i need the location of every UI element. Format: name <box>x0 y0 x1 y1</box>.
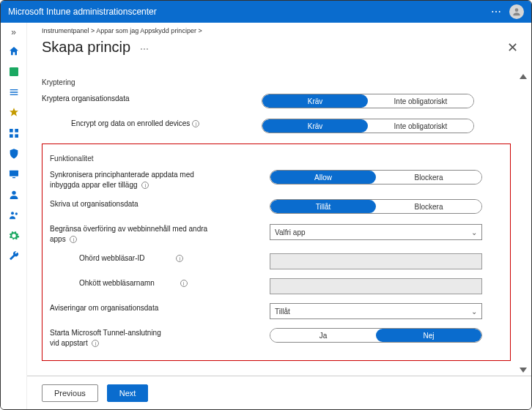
main-pane: Instrumentpanel > Appar som jag Appskydd… <box>27 23 531 409</box>
wrench-icon[interactable] <box>7 250 21 263</box>
select-value: Tillåt <box>275 308 290 316</box>
more-icon[interactable]: ⋯ <box>491 6 502 18</box>
svg-rect-1 <box>10 67 18 76</box>
list-icon[interactable] <box>7 86 21 99</box>
star-icon[interactable] <box>7 106 21 119</box>
info-icon[interactable]: i <box>70 236 77 243</box>
svg-point-8 <box>11 212 14 215</box>
label-notifications: Aviseringar om organisationsdata <box>50 303 270 313</box>
input-unheard-browser-id[interactable] <box>270 253 482 269</box>
toggle-tunnel[interactable]: Ja Nej <box>270 328 482 343</box>
top-bar: Microsoft Intune administrationscenter ⋯ <box>1 1 531 23</box>
label-encrypt-enrolled: Encrypt org data on enrolled devicesi <box>71 119 262 129</box>
seg-yes[interactable]: Ja <box>270 329 376 342</box>
label-tunnel: Starta Microsoft Tunnel-anslutning vid a… <box>50 328 270 348</box>
section-encryption: Kryptering <box>42 78 511 86</box>
info-icon[interactable]: i <box>176 255 183 262</box>
select-value: Valfri app <box>275 228 306 236</box>
user-icon[interactable] <box>7 188 21 201</box>
page-title: Skapa princip <box>42 39 130 55</box>
info-icon[interactable]: i <box>141 182 149 189</box>
seg-not-required[interactable]: Inte obligatoriskt <box>368 94 473 108</box>
info-icon[interactable]: i <box>92 340 99 347</box>
toggle-encrypt-org-data[interactable]: Kräv Inte obligatoriskt <box>262 94 474 108</box>
section-functionality: Funktionalitet <box>50 154 503 163</box>
label-sync-appdata: Synkronisera principhanterade appdata me… <box>50 170 270 190</box>
label-unheard-browser-name: Ohkött webbläsarnamn i <box>79 278 270 288</box>
label-unheard-browser-id: Ohörd webbläsar-ID i <box>79 253 270 264</box>
label-encrypt-org-data: Kryptera organisationsdata <box>42 94 262 104</box>
label-restrict-web: Begränsa överföring av webbinnehåll med … <box>50 224 270 245</box>
input-unheard-browser-name[interactable] <box>270 278 482 294</box>
svg-rect-2 <box>10 129 13 133</box>
chevron-down-icon: ⌄ <box>471 308 477 316</box>
users-icon[interactable] <box>7 209 21 222</box>
previous-button[interactable]: Previous <box>42 384 98 402</box>
close-icon[interactable]: ✕ <box>507 40 518 56</box>
home-icon[interactable] <box>7 45 21 58</box>
svg-rect-3 <box>15 129 18 133</box>
functionality-highlight: Funktionalitet Synkronisera principhante… <box>42 144 511 361</box>
svg-point-9 <box>15 212 17 215</box>
shield-icon[interactable] <box>7 147 21 160</box>
toggle-encrypt-enrolled[interactable]: Kräv Inte obligatoriskt <box>262 119 474 133</box>
svg-rect-6 <box>10 171 18 176</box>
select-restrict-web[interactable]: Valfri app ⌄ <box>270 224 482 240</box>
scrollbar[interactable] <box>518 74 528 373</box>
seg-block[interactable]: Blockera <box>376 200 481 213</box>
seg-allow[interactable]: Allow <box>270 171 376 184</box>
info-icon[interactable]: i <box>180 280 188 287</box>
wizard-footer: Previous Next <box>27 376 531 409</box>
seg-block[interactable]: Blockera <box>376 171 481 184</box>
label-print-orgdata: Skriva ut organisationsdata <box>50 199 270 209</box>
svg-rect-4 <box>10 134 13 138</box>
select-notifications[interactable]: Tillåt ⌄ <box>270 303 482 319</box>
app-title: Microsoft Intune administrationscenter <box>8 7 157 17</box>
breadcrumb: Instrumentpanel > Appar som jag Appskydd… <box>27 23 531 36</box>
seg-required[interactable]: Kräv <box>262 94 368 108</box>
expand-rail-icon[interactable]: » <box>11 27 16 37</box>
next-button[interactable]: Next <box>107 384 149 402</box>
dashboard-icon[interactable] <box>7 65 21 78</box>
scroll-up-icon[interactable] <box>520 74 527 79</box>
chevron-down-icon: ⌄ <box>471 228 477 236</box>
seg-no[interactable]: Nej <box>376 329 481 342</box>
toggle-print-orgdata[interactable]: Tillåt Blockera <box>270 199 482 214</box>
breadcrumb-trail[interactable]: Appar som jag Appskydd principer > <box>96 27 202 34</box>
nav-rail: » <box>1 23 27 409</box>
seg-allow[interactable]: Tillåt <box>270 200 376 213</box>
svg-rect-5 <box>15 134 18 138</box>
monitor-icon[interactable] <box>7 168 21 181</box>
seg-not-required[interactable]: Inte obligatoriskt <box>368 119 473 133</box>
svg-point-0 <box>515 8 519 12</box>
toggle-sync-appdata[interactable]: Allow Blockera <box>270 170 482 184</box>
grid-icon[interactable] <box>7 127 21 140</box>
seg-required[interactable]: Kräv <box>262 119 368 133</box>
gear-icon[interactable] <box>7 229 21 242</box>
breadcrumb-root[interactable]: Instrumentpanel > <box>42 27 95 34</box>
scroll-down-icon[interactable] <box>520 368 527 373</box>
title-more-icon[interactable]: ⋯ <box>140 44 149 54</box>
avatar[interactable] <box>509 4 524 19</box>
info-icon[interactable]: i <box>192 120 199 127</box>
svg-point-7 <box>12 191 15 195</box>
